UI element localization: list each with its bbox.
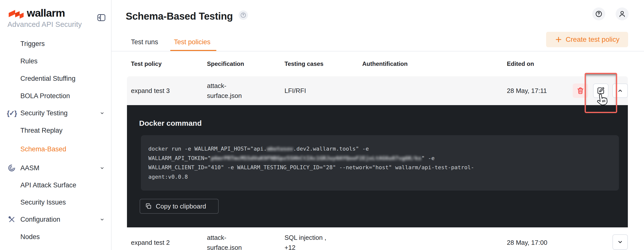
help-button[interactable]: [592, 8, 605, 20]
sidebar-item-bola-protection[interactable]: BOLA Protection: [0, 88, 111, 104]
sidebar: wallarm Advanced API Security TriggersRu…: [0, 0, 112, 250]
spiral-icon: [8, 164, 16, 172]
spec-line: attack-: [207, 82, 226, 90]
sidebar-item-label: Rules: [20, 58, 38, 65]
sidebar-item-triggers[interactable]: Triggers: [0, 35, 111, 52]
sidebar-item-security-testing[interactable]: {✓}Security Testing: [0, 104, 111, 122]
spec-line: surface.json: [207, 244, 242, 250]
brand-name: wallarm: [27, 7, 65, 19]
cell-edited-on: 28 May, 17:00: [507, 238, 547, 248]
copy-icon: [145, 203, 152, 210]
sidebar-item-label: Configuration: [20, 216, 60, 224]
docker-command-panel: Docker command docker run -e WALLARM_API…: [127, 105, 628, 228]
sidebar-item-label: Security Testing: [20, 109, 68, 117]
sidebar-item-credential-stuffing[interactable]: Credential Stuffing: [0, 70, 111, 87]
sidebar-item-label: BOLA Protection: [20, 92, 70, 100]
collapse-sidebar-icon: [97, 13, 106, 22]
page-title: Schema-Based Testing: [126, 11, 233, 22]
braces-check-icon: {✓}: [7, 109, 16, 117]
sidebar-item-label: Threat Replay: [20, 127, 62, 134]
question-circle-icon: [595, 10, 603, 18]
chevron-down-icon: [100, 110, 105, 116]
create-test-policy-label: Create test policy: [566, 36, 620, 44]
cell-testing-cases: LFI/RFI: [284, 86, 306, 96]
cell-testing-cases: SQL injection ,+12: [284, 232, 326, 250]
spec-line: surface.json: [207, 92, 242, 100]
person-icon: [618, 10, 626, 18]
cell-test-policy: expand test 3: [131, 86, 170, 96]
expand-row-button[interactable]: [612, 234, 628, 250]
collapse-row-button[interactable]: [612, 84, 628, 98]
sidebar-item-label: Schema-Based: [20, 146, 66, 153]
cases-line: SQL injection ,: [284, 234, 326, 241]
sidebar-item-threat-replay[interactable]: Threat Replay: [0, 122, 111, 139]
cell-specification: attack-surface.json: [207, 81, 242, 101]
trash-icon: [576, 87, 584, 95]
brand-subtitle: Advanced API Security: [8, 20, 82, 28]
sidebar-item-configuration[interactable]: Configuration: [0, 211, 111, 228]
column-header-testing-cases: Testing cases: [284, 60, 324, 67]
edit-policy-button[interactable]: [593, 84, 608, 98]
sidebar-item-security-issues[interactable]: Security Issues: [0, 194, 111, 211]
sidebar-collapse-button[interactable]: [96, 12, 107, 23]
title-help-button[interactable]: [238, 10, 248, 20]
chevron-down-icon: [100, 165, 105, 171]
column-header-specification: Specification: [207, 60, 244, 67]
tools-icon: [8, 216, 16, 223]
sidebar-item-label: AASM: [20, 164, 40, 172]
wallarm-logo-icon: [8, 10, 25, 20]
plus-icon: [555, 36, 562, 43]
tab-test-runs[interactable]: Test runs: [131, 38, 158, 46]
sidebar-item-rules[interactable]: Rules: [0, 53, 111, 70]
edit-pencil-icon: [596, 86, 605, 95]
sidebar-item-label: Nodes: [20, 233, 40, 241]
table-header-row: Test policy Specification Testing cases …: [127, 52, 628, 76]
question-circle-icon: [240, 12, 246, 18]
copy-to-clipboard-label: Copy to clipboard: [156, 202, 206, 210]
cell-test-policy: expand test 2: [131, 238, 170, 248]
sidebar-item-api-attack-surface[interactable]: API Attack Surface: [0, 177, 111, 194]
column-header-authentification: Authentification: [362, 60, 408, 67]
column-header-test-policy: Test policy: [131, 60, 162, 67]
wallarm-app: wallarm Advanced API Security TriggersRu…: [0, 0, 644, 250]
cell-specification: attack-surface.json: [207, 232, 242, 250]
sidebar-item-aasm[interactable]: AASM: [0, 160, 111, 176]
sidebar-item-label: Triggers: [20, 40, 45, 48]
sidebar-item-nodes[interactable]: Nodes: [0, 228, 111, 245]
user-account-button[interactable]: [616, 8, 628, 20]
create-test-policy-button[interactable]: Create test policy: [546, 32, 628, 47]
docker-command-code: docker run -e WALLARM_API_HOST="api.abut…: [141, 135, 619, 190]
cases-line: +12: [284, 244, 296, 250]
copy-to-clipboard-button[interactable]: Copy to clipboard: [140, 199, 219, 214]
chevron-up-icon: [616, 87, 624, 94]
docker-command-title: Docker command: [139, 119, 202, 128]
sidebar-item-schema-based[interactable]: Schema-Based: [0, 141, 111, 158]
tab-test-policies[interactable]: Test policies: [174, 38, 210, 46]
sidebar-item-label: Security Issues: [20, 198, 66, 206]
spec-line: attack-: [207, 234, 226, 241]
cell-edited-on: 28 May, 17:11: [507, 86, 547, 96]
table-row-expand-test-3[interactable]: expand test 3 attack-surface.json LFI/RF…: [127, 76, 628, 105]
sidebar-item-label: Credential Stuffing: [20, 75, 76, 82]
chevron-down-icon: [100, 217, 105, 222]
chevron-down-icon: [616, 238, 624, 246]
delete-policy-button[interactable]: [573, 84, 588, 98]
table-row-expand-test-2[interactable]: expand test 2 attack-surface.json SQL in…: [127, 228, 628, 250]
column-header-edited-on: Edited on: [507, 60, 534, 67]
sidebar-item-label: API Attack Surface: [20, 182, 76, 189]
